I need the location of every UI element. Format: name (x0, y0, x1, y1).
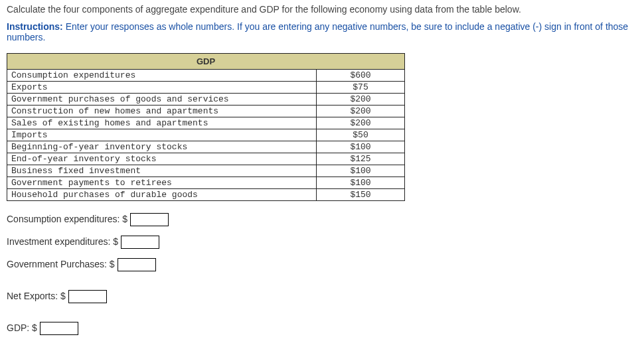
table-row: Government payments to retirees$100 (7, 177, 405, 189)
table-row: Consumption expenditures$600 (7, 70, 405, 82)
row-value: $125 (317, 153, 405, 165)
investment-label: Investment expenditures: $ (7, 236, 118, 247)
row-value: $150 (317, 189, 405, 201)
government-input[interactable] (118, 258, 156, 271)
gdp-answer-row: GDP: $ (7, 322, 637, 335)
gdp-label: GDP: $ (7, 322, 37, 333)
instructions-line: Instructions: Enter your responses as wh… (7, 21, 637, 42)
row-label: Government payments to retirees (7, 177, 317, 189)
table-row: Exports$75 (7, 82, 405, 94)
row-value: $50 (317, 129, 405, 141)
row-value: $600 (317, 70, 405, 82)
row-label: Imports (7, 129, 317, 141)
gdp-input[interactable] (40, 322, 78, 335)
instructions-text: Enter your responses as whole numbers. I… (7, 21, 628, 42)
row-label: Consumption expenditures (7, 70, 317, 82)
netexports-input[interactable] (68, 290, 107, 303)
row-label: End-of-year inventory stocks (7, 153, 317, 165)
table-row: End-of-year inventory stocks$125 (7, 153, 405, 165)
table-row: Government purchases of goods and servic… (7, 94, 405, 106)
row-value: $200 (317, 94, 405, 106)
row-label: Household purchases of durable goods (7, 189, 317, 201)
consumption-input[interactable] (130, 213, 169, 226)
question-prompt: Calculate the four components of aggrega… (7, 4, 637, 15)
row-label: Business fixed investment (7, 165, 317, 177)
row-label: Beginning-of-year inventory stocks (7, 141, 317, 153)
row-label: Government purchases of goods and servic… (7, 94, 317, 106)
row-label: Exports (7, 82, 317, 94)
investment-input[interactable] (121, 236, 159, 249)
row-value: $100 (317, 177, 405, 189)
table-row: Imports$50 (7, 129, 405, 141)
netexports-answer-row: Net Exports: $ (7, 290, 637, 303)
table-header: GDP (7, 54, 405, 70)
table-row: Household purchases of durable goods$150 (7, 189, 405, 201)
instructions-label: Instructions: (7, 21, 63, 32)
table-row: Sales of existing homes and apartments$2… (7, 117, 405, 129)
row-value: $75 (317, 82, 405, 94)
row-value: $100 (317, 141, 405, 153)
row-value: $200 (317, 117, 405, 129)
row-label: Construction of new homes and apartments (7, 106, 317, 117)
table-row: Beginning-of-year inventory stocks$100 (7, 141, 405, 153)
investment-answer-row: Investment expenditures: $ (7, 236, 637, 249)
netexports-label: Net Exports: $ (7, 291, 68, 301)
government-answer-row: Government Purchases: $ (7, 258, 637, 271)
consumption-answer-row: Consumption expenditures: $ (7, 213, 637, 226)
row-label: Sales of existing homes and apartments (7, 117, 317, 129)
row-value: $100 (317, 165, 405, 177)
table-row: Construction of new homes and apartments… (7, 106, 405, 117)
gdp-data-table: GDP Consumption expenditures$600 Exports… (7, 53, 405, 201)
table-row: Business fixed investment$100 (7, 165, 405, 177)
government-label: Government Purchases: $ (7, 259, 118, 269)
consumption-label: Consumption expenditures: $ (7, 214, 130, 224)
row-value: $200 (317, 106, 405, 117)
